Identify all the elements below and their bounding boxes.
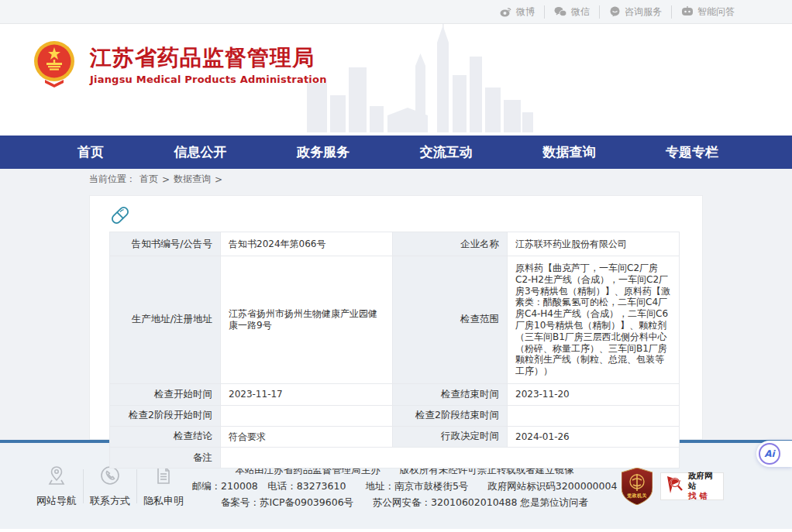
map-pin-icon: [46, 465, 67, 489]
top-utility-bar: 微博 微信 咨询服务 智能问答: [0, 0, 792, 24]
field-label-remarks: 备注: [110, 448, 221, 469]
wechat-label: 微信: [571, 5, 590, 19]
table-row: 生产地址/注册地址 江苏省扬州市扬州生物健康产业园健康一路9号 检查范围 原料药…: [110, 256, 680, 384]
field-label-notice-number: 告知书编号/公告号: [110, 232, 221, 256]
city-skyline-graphic: [301, 24, 533, 136]
footer-quicklinks: 网站导航 联系方式 隐私申明: [33, 465, 188, 508]
privacy-label: 隐私申明: [143, 494, 184, 508]
find-error-badge-line2: 找错: [688, 491, 718, 501]
national-emblem-icon: [33, 39, 76, 88]
table-row: 检查结论 符合要求 行政决定时间 2024-01-26: [110, 426, 680, 448]
field-label-phase2-start: 检查2阶段开始时间: [110, 405, 221, 426]
table-row: 告知书编号/公告号 告知书2024年第066号 企业名称 江苏联环药业股份有限公…: [110, 232, 680, 256]
quicklink-divider: [83, 469, 84, 503]
field-value-conclusion: 符合要求: [221, 426, 393, 448]
robot-icon: [681, 6, 694, 17]
brand-block[interactable]: 江苏省药品监督管理局 Jiangsu Medical Products Admi…: [33, 39, 327, 88]
consult-service-link[interactable]: 咨询服务: [599, 5, 671, 19]
find-error-badge-line1: 政府网站: [688, 471, 718, 491]
site-title: 江苏省药品监督管理局: [90, 43, 327, 74]
nav-item-interaction[interactable]: 交流互动: [420, 143, 473, 161]
ai-assistant-label: Ai: [759, 443, 780, 465]
content-area: 告知书编号/公告号 告知书2024年第066号 企业名称 江苏联环药业股份有限公…: [0, 190, 792, 440]
field-value-inspection-scope: 原料药【曲克芦丁，一车间C2厂房C2-H2生产线（合成），一车间C2厂房3号精烘…: [508, 256, 680, 384]
field-value-address: 江苏省扬州市扬州生物健康产业园健康一路9号: [221, 256, 393, 384]
table-row: 检查2阶段开始时间 检查2阶段结束时间: [110, 405, 680, 426]
nav-item-gov-services[interactable]: 政务服务: [297, 143, 350, 161]
wechat-link[interactable]: 微信: [544, 5, 599, 19]
smart-qa-label: 智能问答: [697, 5, 735, 19]
smart-qa-link[interactable]: 智能问答: [671, 5, 744, 19]
footer-badges: 党政机关 政府网站 找错: [622, 468, 724, 505]
field-label-inspection-start: 检查开始时间: [110, 383, 221, 405]
footer-line-2: 邮编：210008 电话：83273610 地址：南京市鼓楼街5号 政府网站标识…: [188, 478, 622, 494]
ai-assistant-button[interactable]: Ai: [756, 441, 792, 467]
contact-link[interactable]: 联系方式: [86, 465, 134, 508]
nav-item-data-query[interactable]: 数据查询: [542, 143, 595, 161]
field-label-inspection-scope: 检查范围: [393, 256, 508, 384]
detail-panel: 告知书编号/公告号 告知书2024年第066号 企业名称 江苏联环药业股份有限公…: [89, 195, 703, 440]
contact-label: 联系方式: [90, 494, 130, 508]
field-value-inspection-end: 2023-11-20: [508, 383, 680, 405]
wechat-icon: [554, 6, 567, 17]
field-label-decision-date: 行政决定时间: [393, 426, 508, 448]
field-label-company-name: 企业名称: [393, 232, 508, 256]
nav-item-info-disclosure[interactable]: 信息公开: [174, 143, 227, 161]
field-label-inspection-end: 检查结束时间: [393, 383, 508, 405]
quicklink-divider: [136, 469, 137, 503]
breadcrumb-home-link[interactable]: 首页: [139, 173, 158, 186]
field-label-conclusion: 检查结论: [110, 426, 221, 448]
field-value-decision-date: 2024-01-26: [508, 426, 680, 448]
party-government-badge-label: 党政机关: [622, 493, 653, 499]
footer-line-3: 备案号：苏ICP备09039606号 苏公网安备：32010602010488 …: [188, 494, 622, 510]
field-value-notice-number: 告知书2024年第066号: [221, 232, 393, 256]
nav-item-home[interactable]: 首页: [77, 143, 104, 161]
breadcrumb-separator: >: [215, 174, 222, 185]
field-label-address: 生产地址/注册地址: [110, 256, 221, 384]
site-map-label: 网站导航: [36, 494, 77, 508]
site-map-link[interactable]: 网站导航: [33, 465, 81, 508]
chat-icon: [609, 6, 621, 17]
inspection-detail-table: 告知书编号/公告号 告知书2024年第066号 企业名称 江苏联环药业股份有限公…: [109, 232, 680, 469]
consult-service-label: 咨询服务: [625, 5, 662, 19]
field-value-remarks: [221, 448, 680, 469]
weibo-icon: [500, 6, 512, 17]
breadcrumb: 当前位置： 首页 > 数据查询 >: [0, 169, 792, 190]
breadcrumb-separator: >: [162, 174, 170, 185]
breadcrumb-data-query-link[interactable]: 数据查询: [174, 173, 211, 186]
footer-info: 本站由江苏省药品监督管理局主办 版权所有未经许可禁止转载或者建立镜像 邮编：21…: [188, 462, 622, 510]
magnifier-icon: [666, 475, 684, 498]
privacy-link[interactable]: 隐私申明: [139, 465, 188, 508]
table-row: 检查开始时间 2023-11-17 检查结束时间 2023-11-20: [110, 383, 680, 405]
nav-item-special-topics[interactable]: 专题专栏: [666, 143, 718, 161]
weibo-link[interactable]: 微博: [491, 5, 544, 19]
field-value-phase2-start: [221, 405, 393, 426]
weibo-label: 微博: [516, 5, 535, 19]
table-row: 备注: [110, 448, 680, 469]
main-nav: 首页 信息公开 政务服务 交流互动 数据查询 专题专栏: [0, 136, 792, 169]
site-subtitle: Jiangsu Medical Products Administration: [90, 74, 327, 85]
find-error-badge[interactable]: 政府网站 找错: [660, 472, 724, 500]
field-value-company-name: 江苏联环药业股份有限公司: [508, 232, 680, 256]
field-label-phase2-end: 检查2阶段结束时间: [393, 405, 508, 426]
site-header: 江苏省药品监督管理局 Jiangsu Medical Products Admi…: [0, 24, 792, 136]
pill-icon: [109, 204, 131, 229]
field-value-inspection-start: 2023-11-17: [221, 383, 393, 405]
field-value-phase2-end: [508, 405, 680, 426]
breadcrumb-prefix: 当前位置：: [89, 173, 136, 186]
brand-text: 江苏省药品监督管理局 Jiangsu Medical Products Admi…: [90, 43, 327, 85]
party-government-badge[interactable]: 党政机关: [622, 468, 653, 505]
